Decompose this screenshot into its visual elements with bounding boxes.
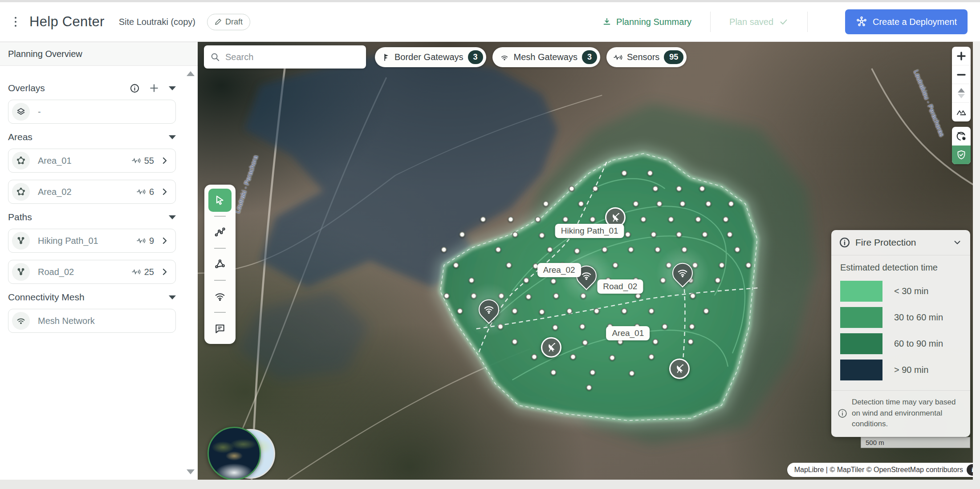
border-gateway-marker[interactable] [669, 359, 690, 379]
sensor-marker[interactable] [590, 369, 596, 375]
sensor-marker[interactable] [728, 201, 734, 207]
mesh-gateway-marker[interactable] [672, 263, 693, 283]
sensor-marker[interactable] [552, 324, 558, 330]
mesh-network-card[interactable]: Mesh Network [8, 309, 176, 333]
path-list-item[interactable]: Hiking Path_01 9 [8, 229, 176, 253]
sensor-marker[interactable] [651, 231, 657, 237]
sensor-marker[interactable] [656, 201, 662, 207]
sensor-marker[interactable] [551, 279, 557, 284]
sensor-marker[interactable] [727, 231, 732, 237]
sensor-marker[interactable] [551, 369, 557, 375]
sensor-marker[interactable] [512, 339, 517, 345]
basemap-satellite-option[interactable] [207, 427, 261, 480]
sensor-marker[interactable] [547, 247, 553, 253]
sensor-marker[interactable] [495, 247, 501, 253]
sensor-marker[interactable] [570, 354, 576, 360]
sidebar-scroll-up[interactable] [187, 71, 195, 76]
collapse-areas-icon[interactable] [169, 135, 176, 139]
sensor-marker[interactable] [582, 340, 588, 346]
sensor-marker[interactable] [569, 186, 574, 191]
border-gateway-marker[interactable] [541, 337, 561, 357]
draw-path-tool-button[interactable] [208, 221, 232, 244]
sensor-marker[interactable] [621, 308, 627, 314]
info-icon[interactable] [130, 84, 139, 93]
sensor-marker[interactable] [695, 216, 701, 222]
sensor-marker[interactable] [443, 293, 449, 299]
area-list-item[interactable]: Area_02 6 [8, 180, 176, 204]
fire-panel-header[interactable]: Fire Protection [831, 230, 970, 255]
sensor-marker[interactable] [566, 308, 572, 314]
chevron-right-icon[interactable] [160, 187, 169, 196]
sensor-marker[interactable] [578, 201, 584, 207]
sensor-marker[interactable] [647, 170, 653, 176]
sensor-marker[interactable] [553, 293, 559, 299]
mesh-gateway-marker[interactable] [479, 299, 499, 320]
sensor-marker[interactable] [586, 385, 592, 391]
sensor-marker[interactable] [512, 231, 518, 237]
sensor-marker[interactable] [641, 216, 647, 222]
search-input[interactable] [225, 52, 350, 62]
sensor-marker[interactable] [715, 278, 721, 283]
draw-area-tool-button[interactable] [208, 253, 232, 276]
comment-tool-button[interactable] [208, 317, 232, 340]
chevron-right-icon[interactable] [160, 267, 169, 276]
area-list-item[interactable]: Area_01 55 [8, 149, 176, 173]
sensor-marker[interactable] [629, 370, 635, 376]
sensor-marker[interactable] [562, 216, 568, 222]
sensor-marker[interactable] [459, 231, 465, 237]
collapse-paths-icon[interactable] [169, 215, 176, 219]
sensor-marker[interactable] [668, 216, 674, 222]
sensor-marker[interactable] [508, 216, 513, 222]
sensor-marker[interactable] [745, 262, 751, 268]
sensor-marker[interactable] [592, 186, 598, 191]
planning-summary-button[interactable]: Planning Summary [602, 17, 691, 27]
sensor-marker[interactable] [676, 186, 682, 191]
sensor-marker[interactable] [594, 308, 600, 314]
sensor-marker[interactable] [719, 262, 725, 268]
collapse-mesh-icon[interactable] [169, 295, 176, 299]
draft-status-badge[interactable]: Draft [207, 14, 250, 30]
chevron-right-icon[interactable] [160, 156, 169, 165]
sensor-marker[interactable] [655, 247, 661, 253]
sensor-marker[interactable] [535, 216, 541, 222]
page-scrollbar[interactable] [973, 42, 980, 480]
sensor-marker[interactable] [652, 186, 658, 191]
pitch-toggle-button[interactable] [952, 84, 971, 103]
terrain-toggle-button[interactable] [952, 103, 971, 121]
sensor-marker[interactable] [676, 231, 682, 237]
globe-fire-layer-button[interactable] [952, 127, 971, 145]
sensor-marker[interactable] [468, 278, 474, 283]
collapse-overlays-icon[interactable] [169, 86, 176, 90]
sensor-marker[interactable] [539, 232, 545, 238]
chip-sensors[interactable]: Sensors 95 [606, 47, 687, 67]
overlay-card[interactable]: - [8, 100, 176, 124]
sensor-marker[interactable] [621, 170, 627, 176]
sensor-marker[interactable] [480, 216, 486, 222]
sensor-marker[interactable] [453, 262, 459, 268]
sensor-marker[interactable] [506, 262, 512, 268]
zoom-in-button[interactable] [952, 47, 971, 65]
sensor-marker[interactable] [543, 201, 549, 207]
sensor-marker[interactable] [680, 201, 686, 207]
sensor-marker[interactable] [687, 339, 693, 345]
path-list-item[interactable]: Road_02 25 [8, 260, 176, 284]
create-deployment-button[interactable]: Create a Deployment [845, 9, 968, 34]
sensor-marker[interactable] [703, 308, 709, 314]
sensor-marker[interactable] [702, 231, 708, 237]
add-overlay-icon[interactable] [149, 83, 159, 93]
sensor-marker[interactable] [662, 323, 667, 329]
sensor-marker[interactable] [523, 278, 529, 283]
chip-mesh-gateways[interactable]: Mesh Gateways 3 [492, 47, 600, 67]
sensor-marker[interactable] [526, 294, 532, 299]
sensor-marker[interactable] [735, 247, 740, 253]
sensor-marker[interactable] [689, 323, 695, 329]
sensor-marker[interactable] [625, 231, 631, 237]
sensor-marker[interactable] [580, 323, 586, 329]
zoom-out-button[interactable] [952, 65, 971, 84]
chip-border-gateways[interactable]: Border Gateways 3 [375, 47, 486, 67]
protection-layer-button[interactable] [952, 145, 971, 164]
sensor-marker[interactable] [610, 355, 615, 361]
sensor-marker[interactable] [652, 339, 658, 345]
kebab-menu-icon[interactable] [10, 14, 21, 29]
map-search-bar[interactable] [204, 45, 366, 69]
